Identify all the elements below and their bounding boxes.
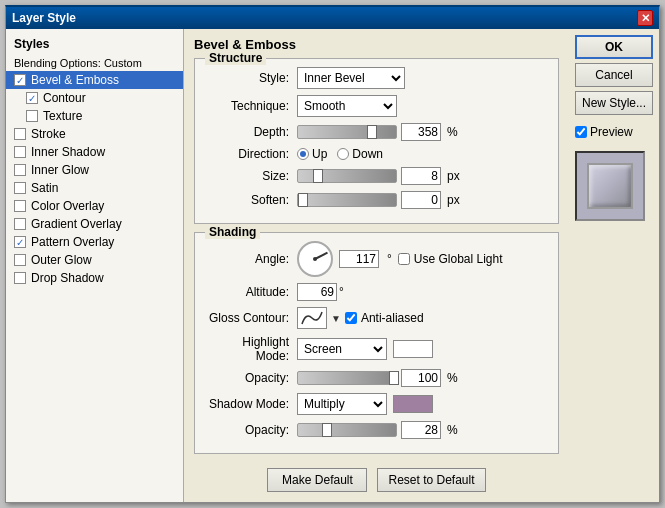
altitude-degree: ° [339, 285, 344, 299]
dialog-body: Styles Blending Options: Custom Bevel & … [6, 29, 659, 502]
size-slider[interactable] [297, 169, 397, 183]
shadow-opacity-thumb [322, 423, 332, 437]
shadow-mode-label: Shadow Mode: [207, 397, 297, 411]
angle-row: Angle: ° Use Global Light [207, 241, 546, 277]
anti-aliased-checkbox[interactable] [345, 312, 357, 324]
sidebar-item-label-satin: Satin [31, 181, 58, 195]
checkbox-drop-shadow[interactable] [14, 272, 26, 284]
direction-up-radio[interactable] [297, 148, 309, 160]
sidebar-item-inner-shadow[interactable]: Inner Shadow [6, 143, 183, 161]
sidebar-item-label-contour: Contour [43, 91, 86, 105]
checkbox-contour[interactable] [26, 92, 38, 104]
angle-circle[interactable] [297, 241, 333, 277]
checkbox-texture[interactable] [26, 110, 38, 122]
global-light-checkbox[interactable] [398, 253, 410, 265]
checkbox-outer-glow[interactable] [14, 254, 26, 266]
checkbox-bevel-emboss[interactable] [14, 74, 26, 86]
sidebar-item-pattern-overlay[interactable]: Pattern Overlay [6, 233, 183, 251]
shading-group-title: Shading [205, 225, 260, 239]
highlight-opacity-label: Opacity: [207, 371, 297, 385]
highlight-opacity-row: Opacity: % [207, 369, 546, 387]
soften-slider[interactable] [297, 193, 397, 207]
new-style-button[interactable]: New Style... [575, 91, 653, 115]
checkbox-color-overlay[interactable] [14, 200, 26, 212]
cancel-button[interactable]: Cancel [575, 63, 653, 87]
size-unit: px [447, 169, 460, 183]
highlight-opacity-slider-container: % [297, 369, 458, 387]
highlight-mode-select[interactable]: NormalScreenMultiplyOverlay [297, 338, 387, 360]
anti-aliased-label: Anti-aliased [361, 311, 424, 325]
sidebar-item-outer-glow[interactable]: Outer Glow [6, 251, 183, 269]
altitude-input[interactable] [297, 283, 337, 301]
size-input[interactable] [401, 167, 441, 185]
highlight-opacity-input[interactable] [401, 369, 441, 387]
checkbox-stroke[interactable] [14, 128, 26, 140]
sidebar-item-label-inner-glow: Inner Glow [31, 163, 89, 177]
depth-input[interactable] [401, 123, 441, 141]
checkbox-satin[interactable] [14, 182, 26, 194]
depth-thumb [367, 125, 377, 139]
checkbox-pattern-overlay[interactable] [14, 236, 26, 248]
size-thumb [313, 169, 323, 183]
sidebar-item-label-color-overlay: Color Overlay [31, 199, 104, 213]
sidebar-item-contour[interactable]: Contour [6, 89, 183, 107]
angle-label: Angle: [207, 252, 297, 266]
ok-button[interactable]: OK [575, 35, 653, 59]
reset-to-default-button[interactable]: Reset to Default [377, 468, 485, 492]
shadow-opacity-row: Opacity: % [207, 421, 546, 439]
angle-input[interactable] [339, 250, 379, 268]
highlight-mode-label: Highlight Mode: [207, 335, 297, 363]
sidebar-item-label-drop-shadow: Drop Shadow [31, 271, 104, 285]
sidebar-item-drop-shadow[interactable]: Drop Shadow [6, 269, 183, 287]
direction-row: Direction: Up Down [207, 147, 546, 161]
highlight-opacity-slider[interactable] [297, 371, 397, 385]
make-default-button[interactable]: Make Default [267, 468, 367, 492]
section-title: Bevel & Emboss [194, 37, 559, 52]
checkbox-inner-shadow[interactable] [14, 146, 26, 158]
sidebar-item-texture[interactable]: Texture [6, 107, 183, 125]
direction-up-item[interactable]: Up [297, 147, 327, 161]
checkbox-gradient-overlay[interactable] [14, 218, 26, 230]
style-select[interactable]: Outer BevelInner BevelEmbossPillow Embos… [297, 67, 405, 89]
layer-style-dialog: Layer Style ✕ Styles Blending Options: C… [5, 5, 660, 503]
sidebar-item-bevel-emboss[interactable]: Bevel & Emboss [6, 71, 183, 89]
global-light-checkbox-container[interactable]: Use Global Light [398, 252, 503, 266]
close-button[interactable]: ✕ [637, 10, 653, 26]
shadow-color-swatch[interactable] [393, 395, 433, 413]
soften-input[interactable] [401, 191, 441, 209]
sidebar-item-gradient-overlay[interactable]: Gradient Overlay [6, 215, 183, 233]
direction-down-label: Down [352, 147, 383, 161]
depth-slider[interactable] [297, 125, 397, 139]
preview-checkbox[interactable] [575, 126, 587, 138]
sidebar-item-inner-glow[interactable]: Inner Glow [6, 161, 183, 179]
angle-line [315, 252, 328, 260]
sidebar-item-label-inner-shadow: Inner Shadow [31, 145, 105, 159]
direction-down-item[interactable]: Down [337, 147, 383, 161]
technique-select[interactable]: SmoothChisel HardChisel Soft [297, 95, 397, 117]
contour-preview[interactable] [297, 307, 327, 329]
blending-options-label[interactable]: Blending Options: Custom [6, 55, 183, 71]
sidebar-item-label-bevel-emboss: Bevel & Emboss [31, 73, 119, 87]
sidebar-item-satin[interactable]: Satin [6, 179, 183, 197]
sidebar-item-color-overlay[interactable]: Color Overlay [6, 197, 183, 215]
preview-checkbox-container[interactable]: Preview [575, 125, 653, 139]
shadow-mode-select[interactable]: NormalScreenMultiplyOverlay [297, 393, 387, 415]
gloss-contour-control: ▼ Anti-aliased [297, 307, 424, 329]
shadow-opacity-input[interactable] [401, 421, 441, 439]
anti-aliased-container[interactable]: Anti-aliased [345, 311, 424, 325]
soften-thumb [298, 193, 308, 207]
highlight-color-swatch[interactable] [393, 340, 433, 358]
shadow-opacity-slider[interactable] [297, 423, 397, 437]
style-label: Style: [207, 71, 297, 85]
sidebar-item-label-pattern-overlay: Pattern Overlay [31, 235, 114, 249]
contour-dropdown-arrow[interactable]: ▼ [331, 313, 341, 324]
size-label: Size: [207, 169, 297, 183]
size-row: Size: px [207, 167, 546, 185]
technique-row: Technique: SmoothChisel HardChisel Soft [207, 95, 546, 117]
shadow-mode-row: Shadow Mode: NormalScreenMultiplyOverlay [207, 393, 546, 415]
direction-down-radio[interactable] [337, 148, 349, 160]
highlight-mode-row: Highlight Mode: NormalScreenMultiplyOver… [207, 335, 546, 363]
preview-box [575, 151, 645, 221]
sidebar-item-stroke[interactable]: Stroke [6, 125, 183, 143]
checkbox-inner-glow[interactable] [14, 164, 26, 176]
